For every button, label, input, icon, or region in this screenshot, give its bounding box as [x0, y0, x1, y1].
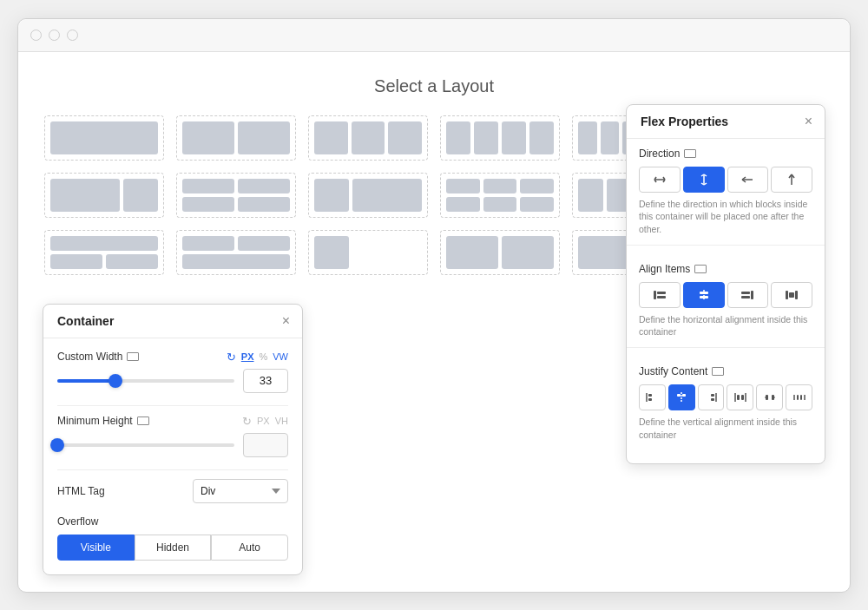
- unit-selector-height: ↻ PX VH: [242, 415, 288, 428]
- custom-width-label: Custom Width: [57, 351, 139, 363]
- layout-block: [352, 121, 385, 154]
- layout-block: [446, 236, 498, 269]
- layout-block: [446, 197, 480, 212]
- layout-option-2col-v2[interactable]: [440, 230, 560, 275]
- layout-block: [474, 121, 498, 154]
- browser-titlebar: [18, 19, 850, 52]
- flex-align-section: Align Items De: [627, 254, 825, 338]
- layout-block: [483, 197, 517, 212]
- svg-rect-26: [795, 291, 798, 299]
- svg-rect-18: [657, 296, 666, 298]
- layout-block: [502, 121, 526, 154]
- flex-align-desc: Define the horizontal alignment inside t…: [639, 313, 812, 338]
- monitor-icon-justify: [712, 367, 724, 376]
- layout-block: [182, 179, 234, 193]
- layout-block: [529, 121, 554, 154]
- svg-rect-39: [737, 395, 740, 400]
- min-height-slider-track[interactable]: [57, 443, 234, 447]
- unit-btn-px[interactable]: PX: [241, 351, 254, 362]
- layout-block: [520, 179, 554, 193]
- layout-block: [238, 179, 290, 193]
- overflow-label: Overflow: [57, 515, 288, 528]
- layout-option-wide-left[interactable]: [44, 173, 164, 218]
- custom-width-slider-fill: [57, 379, 115, 383]
- custom-width-row: Custom Width ↻ PX % VW: [57, 351, 288, 393]
- monitor-icon-2: [137, 417, 149, 425]
- flex-panel: Flex Properties × Direction: [626, 104, 825, 465]
- min-height-input[interactable]: [243, 433, 288, 457]
- custom-width-label-row: Custom Width ↻ PX % VW: [57, 351, 288, 364]
- layout-block: [352, 179, 422, 212]
- svg-rect-33: [682, 394, 686, 397]
- svg-rect-16: [654, 291, 656, 299]
- svg-rect-21: [700, 296, 708, 298]
- layout-block: [123, 179, 158, 212]
- flex-direction-btn-row-rev[interactable]: [727, 167, 769, 193]
- custom-width-input[interactable]: [243, 369, 288, 393]
- monitor-icon-align: [694, 265, 707, 273]
- svg-rect-29: [648, 394, 652, 397]
- flex-justify-btn-space-evenly[interactable]: [786, 384, 812, 410]
- min-height-slider-thumb[interactable]: [50, 438, 64, 452]
- flex-direction-btn-row[interactable]: [639, 167, 681, 193]
- layout-option-1col[interactable]: [44, 115, 164, 161]
- layout-block: [50, 121, 158, 154]
- traffic-light-close[interactable]: [30, 30, 42, 41]
- custom-width-slider-thumb[interactable]: [108, 374, 122, 388]
- svg-rect-35: [711, 394, 714, 397]
- layout-option-2col-equal[interactable]: [176, 115, 296, 161]
- layout-block: [182, 254, 290, 269]
- flex-justify-btn-space-between[interactable]: [727, 384, 753, 410]
- flex-direction-btn-col-rev[interactable]: [771, 167, 812, 193]
- layout-block: [50, 254, 102, 269]
- flex-align-title: Align Items: [639, 263, 812, 275]
- layout-block: [446, 121, 470, 154]
- overflow-btn-visible[interactable]: Visible: [57, 535, 135, 561]
- traffic-light-minimize[interactable]: [49, 30, 60, 41]
- container-panel-header: Container ×: [43, 305, 302, 338]
- layout-option-sidebar-left[interactable]: [308, 230, 428, 275]
- layout-option-3col[interactable]: [308, 115, 428, 161]
- layout-block: [182, 236, 234, 251]
- flex-panel-close[interactable]: ×: [805, 114, 812, 129]
- unit-btn-px-height[interactable]: PX: [257, 416, 270, 426]
- flex-justify-btn-end[interactable]: [698, 384, 725, 410]
- container-panel-body: Custom Width ↻ PX % VW: [43, 338, 302, 561]
- layout-block: [182, 197, 234, 212]
- flex-justify-btn-center[interactable]: [668, 384, 695, 410]
- html-tag-select[interactable]: Div Section Article Header Footer Main N…: [193, 479, 288, 503]
- html-tag-row: HTML Tag Div Section Article Header Foot…: [57, 479, 288, 503]
- container-panel: Container × Custom Width ↻ PX %: [43, 304, 303, 575]
- layout-option-wide-right[interactable]: [308, 173, 428, 218]
- layout-block: [314, 179, 349, 212]
- layout-option-stacked[interactable]: [176, 173, 296, 218]
- divider1: [57, 405, 288, 406]
- overflow-btn-auto[interactable]: Auto: [211, 535, 288, 561]
- custom-width-slider-track[interactable]: [57, 379, 234, 383]
- traffic-light-maximize[interactable]: [67, 30, 78, 41]
- svg-rect-20: [700, 292, 708, 294]
- layout-block: [182, 121, 234, 154]
- container-panel-close[interactable]: ×: [282, 313, 290, 329]
- flex-panel-title: Flex Properties: [641, 115, 728, 128]
- flex-justify-btn-space-around[interactable]: [756, 384, 783, 410]
- layout-option-4col[interactable]: [440, 115, 560, 161]
- flex-align-btn-start[interactable]: [639, 282, 681, 308]
- layout-block: [483, 179, 517, 193]
- flex-align-btn-stretch[interactable]: [771, 282, 812, 308]
- layout-block: [314, 121, 348, 154]
- flex-align-btn-end[interactable]: [727, 282, 769, 308]
- flex-justify-btn-start[interactable]: [639, 384, 666, 410]
- layout-block: [50, 179, 120, 212]
- layout-option-3col-stacked[interactable]: [440, 173, 560, 218]
- layout-option-2top-bottom[interactable]: [176, 230, 296, 275]
- unit-btn-vw[interactable]: VW: [273, 351, 288, 362]
- layout-block: [388, 121, 422, 154]
- monitor-icon-direction: [684, 149, 696, 158]
- flex-direction-btn-col[interactable]: [683, 167, 725, 193]
- overflow-buttons: Visible Hidden Auto: [57, 535, 288, 561]
- overflow-btn-hidden[interactable]: Hidden: [135, 535, 212, 561]
- main-area: Select a Layout: [18, 52, 850, 592]
- flex-align-btn-center[interactable]: [683, 282, 725, 308]
- layout-option-top-full[interactable]: [44, 230, 164, 275]
